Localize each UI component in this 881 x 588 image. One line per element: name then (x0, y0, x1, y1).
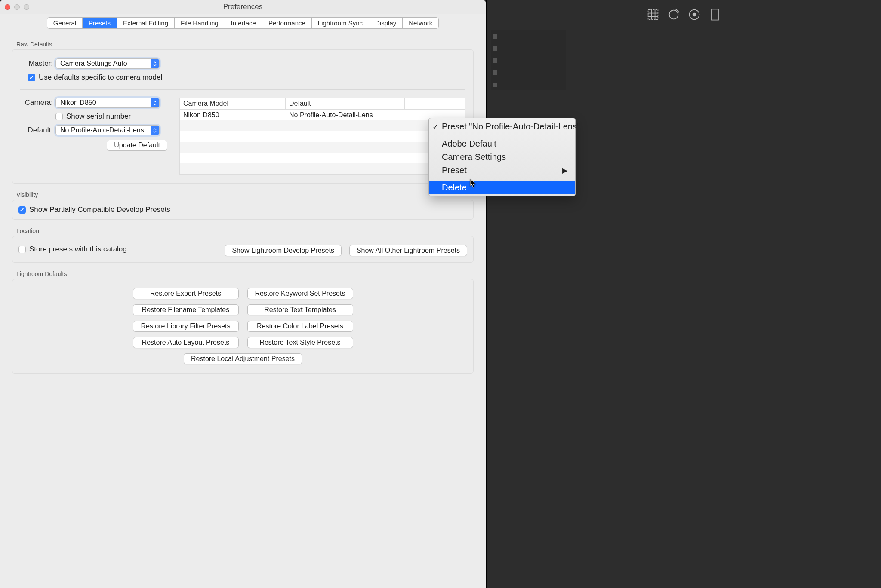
use-defaults-label: Use defaults specific to camera model (39, 73, 162, 82)
default-label: Default: (20, 126, 53, 135)
restore-text-templates-button[interactable]: Restore Text Templates (247, 304, 353, 315)
cell-default: No Profile-Auto-Detail-Lens (286, 110, 405, 120)
submenu-arrow-icon: ▶ (562, 166, 567, 175)
menu-item-current-preset[interactable]: Preset "No Profile-Auto-Detail-Lens" (429, 120, 575, 133)
tab-performance[interactable]: Performance (262, 18, 312, 28)
restore-export-presets-button[interactable]: Restore Export Presets (133, 288, 239, 299)
graduated-filter-icon[interactable] (708, 8, 722, 21)
window-title: Preferences (0, 3, 486, 11)
master-label: Master: (20, 59, 53, 68)
store-presets-checkbox[interactable] (18, 246, 26, 253)
table-header-blank (405, 98, 465, 109)
tabs-row: General Presets External Editing File Ha… (0, 14, 486, 33)
update-default-button[interactable]: Update Default (107, 140, 167, 151)
titlebar: Preferences (0, 0, 486, 14)
master-select[interactable]: Camera Settings Auto (55, 58, 160, 69)
preferences-window: Preferences General Presets External Edi… (0, 0, 486, 588)
section-raw-defaults-label: Raw Defaults (16, 41, 474, 48)
tab-external-editing[interactable]: External Editing (117, 18, 175, 28)
restore-library-filter-presets-button[interactable]: Restore Library Filter Presets (133, 321, 239, 332)
show-serial-checkbox[interactable] (55, 113, 63, 120)
menu-item-preset-label: Preset (442, 165, 467, 175)
show-partial-label: Show Partially Compatible Develop Preset… (29, 205, 170, 214)
tab-interface[interactable]: Interface (225, 18, 262, 28)
location-section: Store presets with this catalog Show Lig… (12, 236, 474, 263)
visibility-section: Show Partially Compatible Develop Preset… (12, 200, 474, 220)
camera-select-value: Nikon D850 (56, 99, 151, 107)
restore-color-label-presets-button[interactable]: Restore Color Label Presets (247, 321, 353, 332)
svg-point-5 (669, 10, 678, 19)
master-select-value: Camera Settings Auto (56, 60, 151, 67)
lightroom-defaults-section: Restore Export Presets Restore Keyword S… (12, 279, 474, 374)
default-select[interactable]: No Profile-Auto-Detail-Lens (55, 125, 160, 135)
tab-network[interactable]: Network (403, 18, 438, 28)
table-header-camera-model[interactable]: Camera Model (180, 98, 286, 109)
camera-select[interactable]: Nikon D850 (55, 98, 160, 108)
panel-slot[interactable] (491, 54, 566, 66)
show-develop-presets-button[interactable]: Show Lightroom Develop Presets (225, 245, 341, 256)
menu-item-adobe-default[interactable]: Adobe Default (429, 137, 575, 150)
show-partial-checkbox[interactable] (18, 206, 26, 214)
cell-camera-model: Nikon D850 (180, 110, 286, 120)
restore-keyword-set-presets-button[interactable]: Restore Keyword Set Presets (247, 288, 353, 299)
restore-auto-layout-presets-button[interactable]: Restore Auto Layout Presets (133, 337, 239, 348)
panel-slot[interactable] (491, 42, 566, 54)
tabs: General Presets External Editing File Ha… (47, 17, 439, 29)
show-serial-label: Show serial number (66, 112, 131, 121)
radial-filter-icon[interactable] (687, 8, 701, 21)
right-sidebar-panel (486, 0, 881, 588)
camera-label: Camera: (20, 98, 53, 107)
svg-point-7 (693, 13, 696, 16)
table-header-default[interactable]: Default (286, 98, 405, 109)
camera-defaults-table: Camera Model Default Nikon D850 No Profi… (179, 98, 465, 175)
dropdown-arrows-icon (151, 59, 159, 68)
svg-rect-0 (648, 10, 658, 20)
tab-lightroom-sync[interactable]: Lightroom Sync (312, 18, 369, 28)
restore-local-adjustment-presets-button[interactable]: Restore Local Adjustment Presets (184, 353, 302, 364)
panel-slot[interactable] (491, 78, 566, 90)
show-all-presets-button[interactable]: Show All Other Lightroom Presets (349, 245, 467, 256)
panel-slot[interactable] (491, 66, 566, 78)
default-select-value: No Profile-Auto-Detail-Lens (56, 126, 151, 134)
store-presets-label: Store presets with this catalog (29, 245, 127, 254)
panel-slot[interactable] (491, 30, 566, 42)
svg-rect-8 (712, 9, 718, 20)
use-defaults-checkbox[interactable] (28, 74, 35, 81)
tab-general[interactable]: General (47, 18, 83, 28)
content-area: Raw Defaults Master: Camera Settings Aut… (0, 33, 486, 588)
table-row[interactable]: Nikon D850 No Profile-Auto-Detail-Lens (180, 110, 465, 120)
context-menu: Preset "No Profile-Auto-Detail-Lens" Ado… (428, 118, 576, 196)
section-location-label: Location (16, 227, 474, 234)
raw-defaults-section: Master: Camera Settings Auto Use default… (12, 49, 474, 184)
section-visibility-label: Visibility (16, 191, 474, 198)
menu-item-preset[interactable]: Preset ▶ (429, 164, 575, 177)
restore-filename-templates-button[interactable]: Restore Filename Templates (133, 304, 239, 315)
section-lr-defaults-label: Lightroom Defaults (16, 270, 474, 277)
tab-file-handling[interactable]: File Handling (175, 18, 225, 28)
menu-item-delete[interactable]: Delete (429, 181, 575, 194)
tab-presets[interactable]: Presets (83, 18, 117, 28)
tab-display[interactable]: Display (369, 18, 403, 28)
restore-text-style-presets-button[interactable]: Restore Text Style Presets (247, 337, 353, 348)
dropdown-arrows-icon (151, 98, 159, 107)
dropdown-arrows-icon (151, 126, 159, 135)
crop-tool-icon[interactable] (646, 8, 660, 21)
menu-item-camera-settings[interactable]: Camera Settings (429, 150, 575, 164)
spot-removal-icon[interactable] (667, 8, 681, 21)
